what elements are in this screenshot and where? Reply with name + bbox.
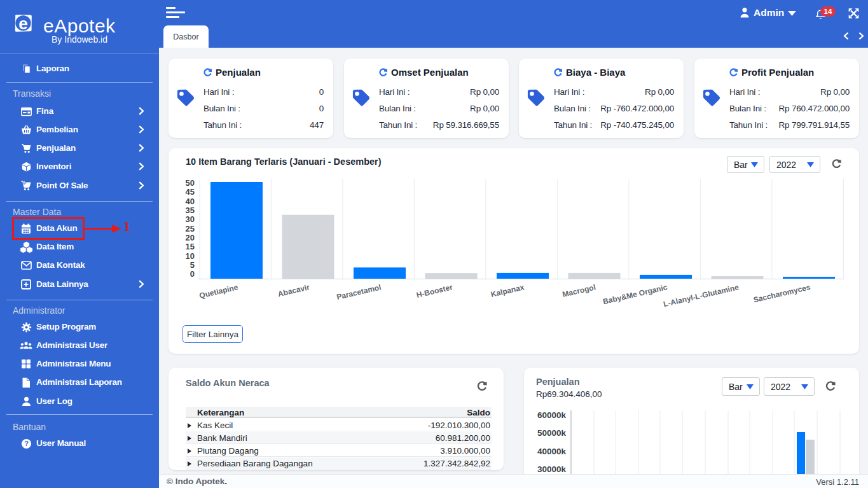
svg-text:H-Booster: H-Booster [415,282,453,300]
svg-text:60000k: 60000k [537,410,567,420]
svg-text:Paracetamol: Paracetamol [336,282,382,302]
svg-text:5: 5 [190,260,195,270]
svg-text:Saccharomyces: Saccharomyces [752,282,811,304]
svg-text:?: ? [24,440,29,447]
svg-text:20: 20 [186,233,195,242]
svg-text:50: 50 [186,178,195,188]
svg-text:e: e [18,14,27,33]
svg-text:10: 10 [186,251,195,261]
svg-text:40: 40 [186,197,195,206]
svg-text:Abacavir: Abacavir [277,282,311,298]
svg-text:40000k: 40000k [537,447,567,456]
svg-text:30: 30 [186,214,195,224]
svg-text:30000k: 30000k [537,464,567,474]
svg-text:15: 15 [186,242,195,251]
svg-text:45: 45 [186,187,195,197]
svg-text:50000k: 50000k [537,428,567,438]
svg-text:Baby&Me Organic: Baby&Me Organic [602,282,668,306]
svg-text:35: 35 [186,206,195,215]
svg-text:Kalpanax: Kalpanax [490,282,525,299]
svg-text:L-Alanyl-L-Glutamine: L-Alanyl-L-Glutamine [663,282,740,309]
svg-text:0: 0 [190,269,195,279]
svg-text:Macrogol: Macrogol [561,282,596,299]
svg-text:Quetiapine: Quetiapine [198,282,239,300]
svg-text:25: 25 [186,224,195,234]
